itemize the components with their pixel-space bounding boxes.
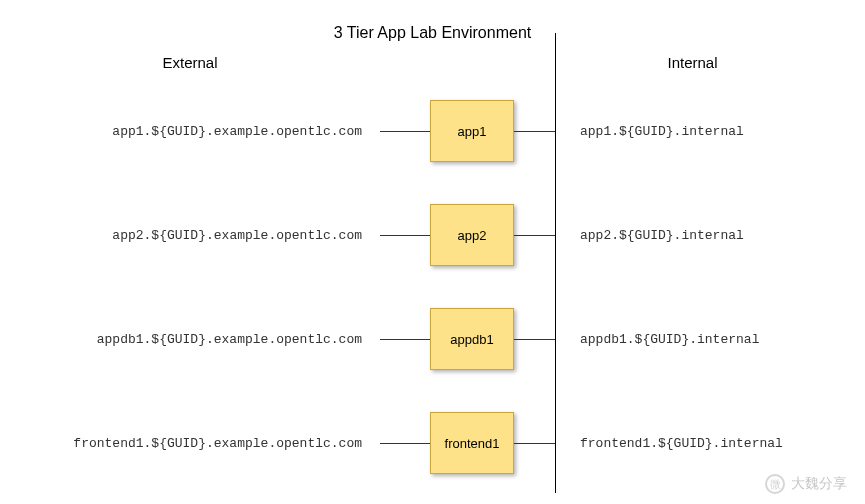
node-box-app2: app2 — [430, 204, 514, 266]
wechat-icon: 微 — [765, 474, 785, 494]
connector-line — [514, 131, 556, 132]
connector-line — [514, 443, 556, 444]
connector-line — [380, 131, 430, 132]
node-box-appdb1: appdb1 — [430, 308, 514, 370]
node-row: app1.${GUID}.example.opentlc.com app1 ap… — [0, 79, 865, 183]
header-external: External — [0, 54, 380, 71]
node-row: frontend1.${GUID}.example.opentlc.com fr… — [0, 391, 865, 495]
external-hostname: app2.${GUID}.example.opentlc.com — [0, 228, 380, 243]
internal-hostname: frontend1.${GUID}.internal — [556, 436, 865, 451]
connector-line — [514, 339, 556, 340]
watermark-text: 大魏分享 — [791, 475, 847, 493]
node-box-app1: app1 — [430, 100, 514, 162]
connector-line — [380, 235, 430, 236]
diagram-title: 3 Tier App Lab Environment — [0, 0, 865, 54]
external-hostname: appdb1.${GUID}.example.opentlc.com — [0, 332, 380, 347]
connector-line — [380, 443, 430, 444]
node-box-frontend1: frontend1 — [430, 412, 514, 474]
connector-line — [514, 235, 556, 236]
watermark: 微 大魏分享 — [765, 474, 847, 494]
external-hostname: frontend1.${GUID}.example.opentlc.com — [0, 436, 380, 451]
column-headers: External Internal — [0, 54, 865, 79]
node-row: app2.${GUID}.example.opentlc.com app2 ap… — [0, 183, 865, 287]
internal-external-divider — [555, 33, 556, 493]
header-internal: Internal — [520, 54, 865, 71]
external-hostname: app1.${GUID}.example.opentlc.com — [0, 124, 380, 139]
internal-hostname: appdb1.${GUID}.internal — [556, 332, 865, 347]
header-spacer — [380, 54, 520, 71]
internal-hostname: app2.${GUID}.internal — [556, 228, 865, 243]
connector-line — [380, 339, 430, 340]
internal-hostname: app1.${GUID}.internal — [556, 124, 865, 139]
diagram-rows: app1.${GUID}.example.opentlc.com app1 ap… — [0, 79, 865, 495]
node-row: appdb1.${GUID}.example.opentlc.com appdb… — [0, 287, 865, 391]
